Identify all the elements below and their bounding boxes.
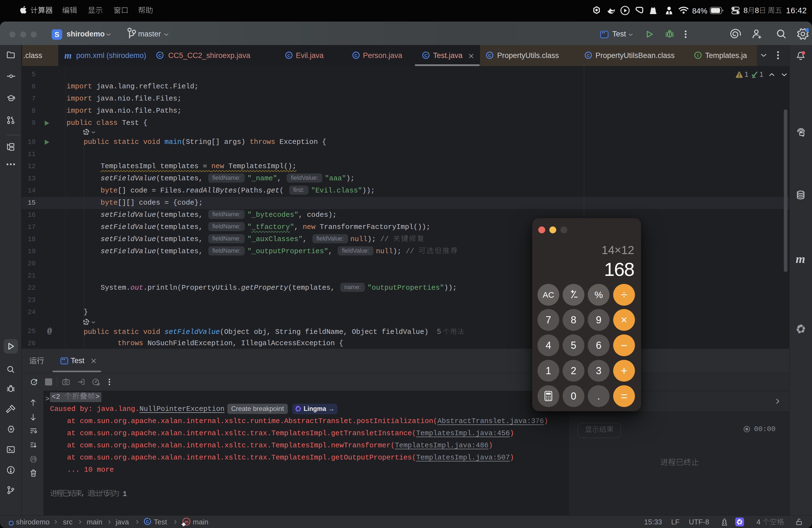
svg-text:I: I [697,53,698,58]
svg-text:C: C [586,53,590,58]
svg-text:C: C [424,53,427,58]
svg-text:C: C [488,53,491,58]
svg-text:C: C [354,53,358,58]
svg-text:C: C [287,53,290,58]
svg-text:C: C [158,53,161,58]
svg-text:C: C [146,519,149,524]
